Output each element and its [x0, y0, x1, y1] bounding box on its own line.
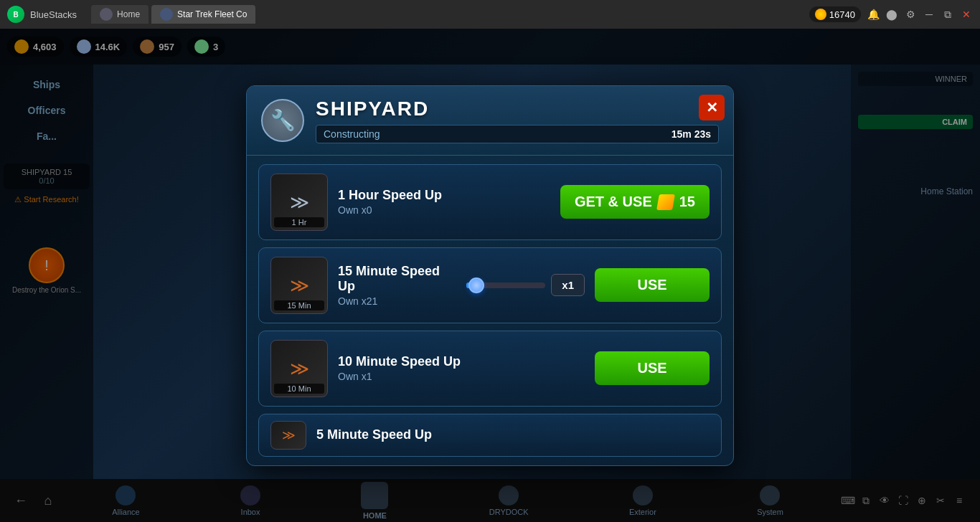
speedup-item-5min-partial: ≫ 5 Minute Speed Up: [258, 414, 722, 457]
constructing-time: 15m 23s: [672, 128, 711, 140]
use-button-15min[interactable]: USE: [595, 268, 710, 302]
coin-icon: [815, 9, 826, 20]
gold-icon: [656, 194, 675, 210]
use-button-10min[interactable]: USE: [595, 351, 710, 385]
speedup-duration-15min: 15 Min: [274, 300, 324, 310]
modal-overlay: 🔧 SHIPYARD Constructing 15m 23s ✕ ≫ 1 Hr: [0, 29, 980, 522]
game-tab[interactable]: Star Trek Fleet Co: [151, 5, 255, 24]
speedup-icon-10min: ≫ 10 Min: [270, 340, 328, 397]
wrench-icon: 🔧: [270, 108, 296, 132]
get-use-button[interactable]: GET & USE 15: [560, 185, 710, 219]
bluestacks-logo: B: [7, 6, 24, 23]
app-name: BlueStacks: [30, 9, 77, 20]
settings-icon[interactable]: ⚙: [904, 8, 917, 21]
speedup-actions-1hr: GET & USE 15: [560, 185, 710, 219]
speedup-name-15min: 15 Minute Speed Up: [338, 264, 456, 294]
speedup-own-10min: Own x1: [338, 371, 585, 382]
speedup-arrows-5min: ≫: [282, 429, 296, 442]
speedup-arrows-1hr: ≫: [290, 193, 309, 212]
titlebar-right: 16740 🔔 ⬤ ⚙ ─ ⧉ ✕: [809, 6, 973, 22]
modal-header: 🔧 SHIPYARD Constructing 15m 23s ✕: [247, 86, 733, 156]
restore-btn[interactable]: ⧉: [941, 8, 954, 21]
constructing-label: Constructing: [324, 128, 672, 140]
circle-icon[interactable]: ⬤: [885, 8, 898, 21]
speedup-icon-1hr: ≫ 1 Hr: [270, 174, 328, 231]
modal-body: ≫ 1 Hr 1 Hour Speed Up Own x0 GET & USE …: [247, 156, 733, 465]
speedup-arrows-10min: ≫: [290, 359, 309, 378]
coins-display: 16740: [809, 6, 861, 22]
speedup-actions-10min: USE: [595, 351, 710, 385]
speedup-actions-15min: USE: [595, 268, 710, 302]
speedup-own-15min: Own x21: [338, 295, 456, 307]
speedup-item-15min: ≫ 15 Min 15 Minute Speed Up Own x21 x1: [258, 247, 722, 323]
speedup-duration-1hr: 1 Hr: [274, 217, 324, 227]
speedup-icon-15min: ≫ 15 Min: [270, 257, 328, 314]
speedup-arrows-15min: ≫: [290, 276, 309, 295]
speedup-duration-10min: 10 Min: [274, 384, 324, 394]
notification-icon[interactable]: 🔔: [867, 8, 880, 21]
header-text: SHIPYARD Constructing 15m 23s: [316, 98, 719, 143]
speedup-name-1hr: 1 Hour Speed Up: [338, 188, 550, 203]
modal-close-btn[interactable]: ✕: [699, 95, 725, 120]
speedup-item-10min: ≫ 10 Min 10 Minute Speed Up Own x1 USE: [258, 331, 722, 407]
speedup-info-10min: 10 Minute Speed Up Own x1: [338, 354, 585, 382]
speedup-name-10min: 10 Minute Speed Up: [338, 354, 585, 369]
modal-title: SHIPYARD: [316, 98, 719, 120]
home-tab-icon: [100, 8, 113, 21]
use-text-15min: USE: [637, 277, 666, 293]
speedup-name-5min: 5 Minute Speed Up: [316, 427, 710, 442]
slider-thumb-15min[interactable]: [468, 277, 484, 293]
quantity-box-15min: x1: [551, 274, 585, 296]
speedup-info-1hr: 1 Hour Speed Up Own x0: [338, 188, 550, 216]
speedup-info-5min: 5 Minute Speed Up: [316, 427, 710, 442]
speedup-item-1hr: ≫ 1 Hr 1 Hour Speed Up Own x0 GET & USE …: [258, 164, 722, 240]
window-close-btn[interactable]: ✕: [960, 8, 973, 21]
slider-track-15min[interactable]: [466, 283, 545, 288]
shipyard-modal: 🔧 SHIPYARD Constructing 15m 23s ✕ ≫ 1 Hr: [246, 85, 734, 466]
slider-area-15min[interactable]: x1: [466, 274, 585, 296]
get-use-text: GET & USE: [575, 194, 652, 210]
get-use-cost: 15: [679, 194, 695, 210]
coins-value: 16740: [829, 9, 855, 20]
speedup-own-1hr: Own x0: [338, 204, 550, 216]
shipyard-header-icon: 🔧: [261, 99, 304, 142]
speedup-info-15min: 15 Minute Speed Up Own x21: [338, 264, 456, 307]
home-tab[interactable]: Home: [91, 5, 149, 24]
minimize-btn[interactable]: ─: [923, 8, 936, 21]
titlebar: B BlueStacks Home Star Trek Fleet Co 167…: [0, 0, 980, 29]
use-text-10min: USE: [637, 360, 666, 376]
constructing-bar: Constructing 15m 23s: [316, 125, 719, 143]
game-tab-icon: [160, 8, 173, 21]
speedup-icon-5min: ≫: [270, 421, 306, 450]
